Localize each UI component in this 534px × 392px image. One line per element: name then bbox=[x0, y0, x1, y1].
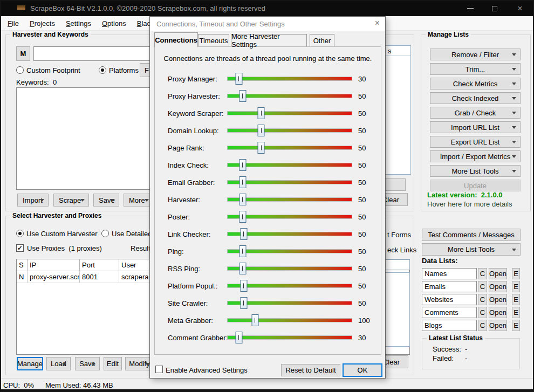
dialog-titlebar[interactable]: Connections, Timeout and Other Settings … bbox=[150, 17, 385, 31]
use-custom-harvester-label[interactable]: Use Custom Harvester bbox=[26, 230, 97, 238]
slider-track[interactable] bbox=[227, 197, 352, 202]
slider-track[interactable] bbox=[227, 215, 352, 219]
use-detailed-radio[interactable] bbox=[101, 230, 109, 237]
slider-thumb[interactable] bbox=[239, 211, 246, 223]
slider-thumb[interactable] bbox=[258, 142, 265, 154]
slider-thumb[interactable] bbox=[258, 107, 265, 119]
custom-footprint-label[interactable]: Custom Footprint bbox=[26, 66, 80, 74]
use-proxies-label[interactable]: Use Proxies (1 proxies) bbox=[27, 244, 102, 252]
data-list-input-websites[interactable] bbox=[422, 294, 477, 305]
e-button-blogs[interactable]: E bbox=[512, 320, 520, 331]
slider-track[interactable] bbox=[227, 146, 352, 150]
edit-button[interactable]: Edit bbox=[104, 357, 122, 370]
ok-button[interactable]: OK bbox=[343, 363, 382, 377]
data-list-input-emails[interactable] bbox=[422, 281, 477, 292]
c-button-emails[interactable]: C bbox=[478, 281, 487, 292]
check-indexed-button[interactable]: Check Indexed bbox=[430, 92, 521, 104]
trim-button[interactable]: Trim... bbox=[430, 63, 521, 75]
more-button[interactable]: More bbox=[124, 194, 153, 207]
more-list-tools-button[interactable]: More List Tools bbox=[422, 243, 521, 256]
menu-item-settings[interactable]: Settings bbox=[60, 17, 97, 30]
c-button-names[interactable]: C bbox=[478, 268, 487, 279]
slider-thumb[interactable] bbox=[239, 245, 246, 257]
e-button-comments[interactable]: E bbox=[512, 307, 520, 318]
open-button-comments[interactable]: Open bbox=[489, 307, 507, 318]
version-hover-hint[interactable]: Hover here for more details bbox=[427, 200, 512, 208]
use-detailed-label-fragment[interactable]: Use Detailed bbox=[112, 230, 152, 238]
slider-thumb[interactable] bbox=[239, 90, 246, 102]
data-list-input-comments[interactable] bbox=[422, 307, 477, 318]
data-list-input-blogs[interactable] bbox=[422, 320, 477, 331]
slider-thumb[interactable] bbox=[240, 280, 247, 292]
save-button[interactable]: Save bbox=[75, 357, 100, 370]
use-proxies-checkbox[interactable]: ✓ bbox=[16, 244, 24, 252]
c-button-comments[interactable]: C bbox=[478, 307, 487, 318]
save-button[interactable]: Save bbox=[93, 194, 119, 207]
tab-other[interactable]: Other bbox=[310, 34, 334, 46]
manage-button[interactable]: Manage bbox=[17, 357, 43, 370]
tab-more-harvester-settings[interactable]: More Harvester Settings bbox=[231, 34, 307, 46]
use-custom-harvester-radio[interactable] bbox=[16, 230, 24, 237]
slider-track[interactable] bbox=[227, 111, 352, 115]
e-button-emails[interactable]: E bbox=[512, 281, 520, 292]
tab-timeouts[interactable]: Timeouts bbox=[198, 34, 229, 46]
slider-track[interactable] bbox=[227, 163, 352, 167]
slider-track[interactable] bbox=[227, 128, 352, 133]
slider-thumb[interactable] bbox=[240, 228, 247, 240]
check-metrics-button[interactable]: Check Metrics bbox=[430, 78, 521, 90]
import-button[interactable]: Import bbox=[17, 194, 49, 207]
reset-to-default-button[interactable]: Reset to Default bbox=[281, 364, 340, 376]
table-row-cell[interactable]: proxy-server.scr bbox=[28, 271, 80, 283]
slider-thumb[interactable] bbox=[235, 332, 242, 343]
slider-thumb[interactable] bbox=[240, 297, 247, 309]
c-button-blogs[interactable]: C bbox=[478, 320, 487, 331]
load-button[interactable]: Load bbox=[46, 357, 71, 370]
slider-track[interactable] bbox=[227, 335, 352, 340]
menu-item-file[interactable]: File bbox=[2, 17, 24, 30]
slider-thumb[interactable] bbox=[239, 176, 246, 188]
slider-track[interactable] bbox=[227, 94, 352, 98]
slider-track[interactable] bbox=[227, 232, 352, 236]
slider-track[interactable] bbox=[227, 249, 352, 253]
export-url-list-button[interactable]: Export URL List bbox=[430, 136, 521, 148]
platforms-label[interactable]: Platforms bbox=[109, 66, 139, 74]
menu-item-options[interactable]: Options bbox=[97, 17, 132, 30]
column-header-s[interactable]: S bbox=[17, 259, 28, 271]
slider-thumb[interactable] bbox=[258, 125, 265, 136]
tab-connections[interactable]: Connections bbox=[154, 32, 198, 47]
grab-check-button[interactable]: Grab / Check bbox=[430, 107, 521, 119]
import-export-metrics-button[interactable]: Import / Export Metrics bbox=[430, 150, 521, 162]
slider-track[interactable] bbox=[227, 180, 352, 184]
c-button-websites[interactable]: C bbox=[478, 294, 487, 305]
open-button-websites[interactable]: Open bbox=[489, 294, 507, 305]
slider-thumb[interactable] bbox=[239, 159, 246, 171]
import-url-list-button[interactable]: Import URL List bbox=[430, 121, 521, 133]
slider-track[interactable] bbox=[227, 301, 352, 305]
platforms-radio[interactable] bbox=[99, 66, 106, 74]
dialog-close-icon[interactable]: × bbox=[375, 18, 380, 28]
menu-item-projects[interactable]: Projects bbox=[24, 17, 60, 30]
column-header-port[interactable]: Port bbox=[80, 259, 119, 271]
data-list-input-names[interactable] bbox=[422, 268, 477, 279]
e-button-websites[interactable]: E bbox=[512, 294, 520, 305]
minimize-button[interactable] bbox=[461, 1, 480, 16]
remove-filter-button[interactable]: Remove / Filter bbox=[430, 49, 521, 60]
slider-thumb[interactable] bbox=[239, 263, 246, 274]
window-titlebar[interactable]: ScrapeBox 64-Bit V2.1.0.0, ©2009-2020 Sc… bbox=[1, 1, 533, 16]
custom-footprint-radio[interactable] bbox=[16, 66, 24, 74]
slider-thumb[interactable] bbox=[251, 314, 258, 326]
open-button-emails[interactable]: Open bbox=[489, 281, 507, 292]
slider-track[interactable] bbox=[227, 266, 352, 271]
maximize-button[interactable] bbox=[485, 1, 504, 16]
slider-thumb[interactable] bbox=[235, 73, 242, 85]
m-button[interactable]: M bbox=[16, 46, 30, 61]
scrape-button[interactable]: Scrape bbox=[53, 194, 89, 207]
open-button-names[interactable]: Open bbox=[489, 268, 507, 279]
slider-track[interactable] bbox=[227, 284, 352, 288]
e-button-names[interactable]: E bbox=[512, 268, 520, 279]
close-button[interactable]: × bbox=[511, 1, 529, 16]
open-button-blogs[interactable]: Open bbox=[489, 320, 507, 331]
test-comments-button[interactable]: Test Comments / Messages bbox=[422, 229, 521, 241]
advanced-settings-label[interactable]: Enable Advanced Settings bbox=[166, 366, 248, 374]
slider-track[interactable] bbox=[227, 77, 352, 81]
